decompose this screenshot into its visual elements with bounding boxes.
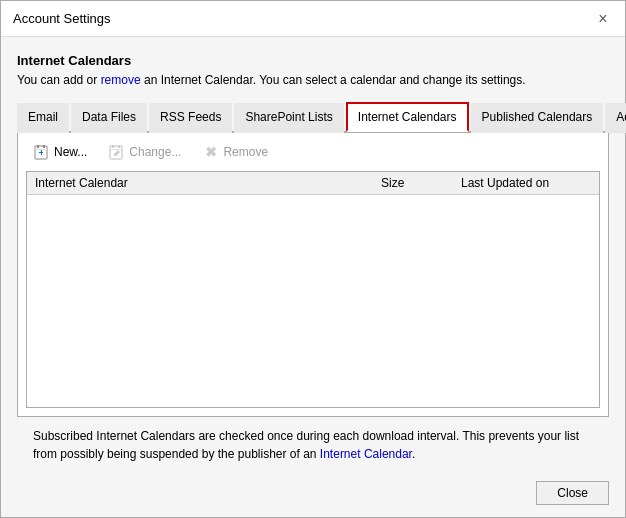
col-header-size: Size — [381, 176, 461, 190]
svg-rect-1 — [37, 145, 39, 148]
tab-rss-feeds[interactable]: RSS Feeds — [149, 103, 232, 133]
col-header-calendar: Internet Calendar — [35, 176, 381, 190]
new-button[interactable]: New... — [26, 141, 95, 163]
dialog-body: Internet Calendars You can add or remove… — [1, 37, 625, 473]
tab-address-books[interactable]: Address Books — [605, 103, 626, 133]
internet-calendars-table: Internet Calendar Size Last Updated on — [26, 171, 600, 408]
remove-label: Remove — [223, 145, 268, 159]
window-close-button[interactable]: × — [593, 9, 613, 29]
change-label: Change... — [129, 145, 181, 159]
svg-rect-2 — [43, 145, 45, 148]
svg-rect-3 — [35, 149, 47, 150]
remove-button[interactable]: ✖ Remove — [195, 141, 276, 163]
footer-description: Subscribed Internet Calendars are checke… — [17, 417, 609, 473]
remove-icon: ✖ — [203, 144, 219, 160]
remove-link[interactable]: remove — [101, 73, 141, 87]
new-label: New... — [54, 145, 87, 159]
new-icon — [34, 144, 50, 160]
tab-email[interactable]: Email — [17, 103, 69, 133]
dialog-title: Account Settings — [13, 11, 111, 26]
table-body — [27, 195, 599, 203]
table-header: Internet Calendar Size Last Updated on — [27, 172, 599, 195]
tab-data-files[interactable]: Data Files — [71, 103, 147, 133]
change-button[interactable]: Change... — [101, 141, 189, 163]
section-description: You can add or remove an Internet Calend… — [17, 72, 609, 89]
col-header-last-updated: Last Updated on — [461, 176, 591, 190]
toolbar: New... Change... ✖ — [26, 141, 600, 163]
tab-content-internet-calendars: New... Change... ✖ — [17, 133, 609, 417]
change-icon — [109, 144, 125, 160]
svg-rect-7 — [112, 145, 114, 148]
tab-bar: Email Data Files RSS Feeds SharePoint Li… — [17, 101, 609, 133]
title-bar: Account Settings × — [1, 1, 625, 37]
close-button[interactable]: Close — [536, 481, 609, 505]
tab-internet-calendars[interactable]: Internet Calendars — [346, 102, 469, 132]
account-settings-dialog: Account Settings × Internet Calendars Yo… — [0, 0, 626, 518]
svg-rect-5 — [41, 150, 42, 155]
tab-sharepoint-lists[interactable]: SharePoint Lists — [234, 103, 343, 133]
dialog-footer: Close — [1, 473, 625, 517]
internet-calendar-link[interactable]: Internet Calendar — [320, 447, 412, 461]
svg-rect-8 — [118, 145, 120, 148]
section-title: Internet Calendars — [17, 53, 609, 68]
svg-rect-9 — [110, 149, 122, 150]
tab-published-calendars[interactable]: Published Calendars — [471, 103, 604, 133]
